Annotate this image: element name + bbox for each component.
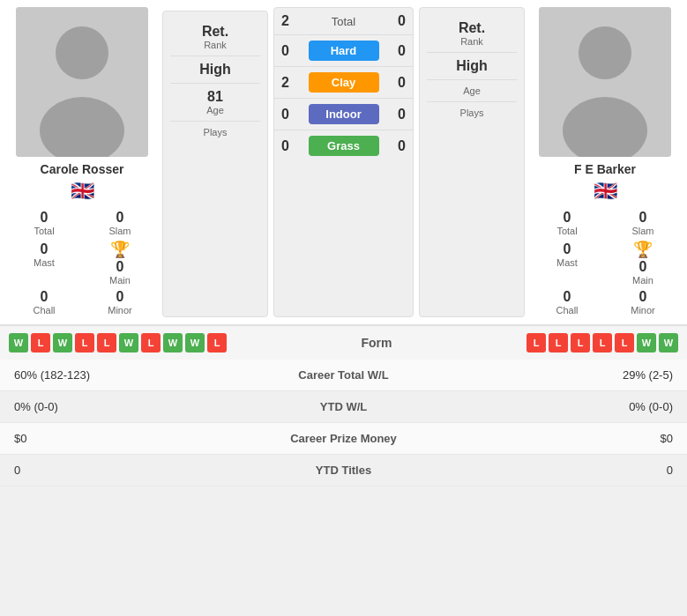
right-center-panel: Ret. Rank High Age Plays (419, 7, 525, 317)
surface-indoor-left: 0 (281, 107, 289, 122)
right-form-w2: W (659, 333, 678, 353)
surface-grass-badge: Grass (309, 136, 379, 156)
form-section: W L W L L W L W W L Form L L L L L W W (0, 324, 687, 360)
right-player-card: F E Barker 🇬🇧 0 Total 0 Slam 0 Mast 🏆 0 (530, 7, 680, 317)
left-player-stats: 0 Total 0 Slam 0 Mast 🏆 0 Main 0 (7, 208, 157, 317)
left-trophy-main: 🏆 0 Main (83, 240, 157, 286)
career-stats-table: 60% (182-123) Career Total W/L 29% (2-5)… (0, 360, 687, 486)
surface-clay-badge: Clay (309, 72, 379, 93)
left-age-row: 81 Age (170, 84, 260, 122)
surface-hard-row: 0 Hard 0 (274, 35, 413, 67)
prize-money-label: Career Prize Money (241, 423, 447, 455)
left-player-avatar (16, 7, 148, 157)
left-total-stat: 0 Total (7, 208, 81, 238)
surface-indoor-badge: Indoor (309, 104, 379, 124)
right-age-row: Age (427, 80, 517, 102)
career-total-right: 29% (2-5) (446, 360, 687, 391)
right-total-stat: 0 Total (530, 208, 604, 238)
ytd-titles-row: 0 YTD Titles 0 (0, 455, 687, 486)
left-form-w5: W (185, 333, 205, 353)
left-form-w4: W (163, 333, 183, 353)
left-form-l5: L (207, 333, 227, 353)
right-form-l5: L (615, 333, 634, 353)
ytd-wl-right: 0% (0-0) (446, 391, 687, 423)
left-plays-row: Plays (170, 122, 260, 143)
ytd-wl-label: YTD W/L (241, 391, 447, 423)
prize-money-right: $0 (446, 423, 687, 455)
prize-money-row: $0 Career Prize Money $0 (0, 423, 687, 455)
right-form-l1: L (526, 333, 546, 353)
right-trophy-icon: 🏆 (633, 240, 653, 259)
surface-grass-right: 0 (398, 138, 406, 154)
right-minor-stat: 0 Minor (606, 287, 680, 317)
left-form-w2: W (53, 333, 72, 353)
right-plays-row: Plays (427, 102, 517, 123)
right-player-avatar (539, 7, 671, 157)
surface-total-row: 2 Total 0 (274, 8, 413, 35)
surface-grass-row: 0 Grass 0 (274, 130, 413, 161)
surface-indoor-right: 0 (398, 107, 406, 122)
left-form-l3: L (97, 333, 116, 353)
left-slam-stat: 0 Slam (83, 208, 157, 238)
surface-indoor-row: 0 Indoor 0 (274, 99, 413, 130)
right-rank-row: Ret. Rank (427, 15, 517, 53)
left-form-l1: L (31, 333, 50, 353)
ytd-titles-right: 0 (446, 455, 687, 486)
ytd-wl-left: 0% (0-0) (0, 391, 241, 423)
right-player-stats: 0 Total 0 Slam 0 Mast 🏆 0 Main 0 (530, 208, 680, 317)
left-form-l4: L (141, 333, 161, 353)
right-form-l3: L (571, 333, 590, 353)
ytd-wl-row: 0% (0-0) YTD W/L 0% (0-0) (0, 391, 687, 423)
right-player-name: F E Barker (574, 162, 636, 176)
left-player-name: Carole Rosser (41, 162, 124, 176)
right-form-w1: W (637, 333, 656, 353)
right-form-l4: L (593, 333, 612, 353)
surface-total-left: 2 (281, 13, 289, 29)
right-mast-stat: 0 Mast (530, 240, 604, 286)
surface-total-label: Total (332, 15, 355, 28)
main-container: Carole Rosser 🇬🇧 0 Total 0 Slam 0 Mast 🏆 (0, 0, 687, 486)
left-high-row: High (170, 56, 260, 84)
player-comparison: Carole Rosser 🇬🇧 0 Total 0 Slam 0 Mast 🏆 (0, 0, 687, 324)
left-form-w1: W (9, 333, 28, 353)
left-mast-stat: 0 Mast (7, 240, 81, 286)
right-trophy-main: 🏆 0 Main (606, 240, 680, 286)
left-center-panel: Ret. Rank High 81 Age Plays (162, 11, 268, 317)
form-center-label: Form (362, 336, 392, 350)
left-trophy-icon: 🏆 (110, 240, 130, 259)
right-slam-stat: 0 Slam (606, 208, 680, 238)
career-total-row: 60% (182-123) Career Total W/L 29% (2-5) (0, 360, 687, 391)
left-player-flag: 🇬🇧 (71, 180, 94, 203)
career-total-label: Career Total W/L (241, 360, 447, 391)
right-form-badges: L L L L L W W (526, 333, 678, 353)
left-minor-stat: 0 Minor (83, 287, 157, 317)
left-form-l2: L (75, 333, 94, 353)
surface-clay-right: 0 (398, 75, 406, 91)
career-total-left: 60% (182-123) (0, 360, 241, 391)
surface-grass-left: 0 (281, 138, 289, 154)
surface-total-right: 0 (398, 13, 406, 29)
prize-money-left: $0 (0, 423, 241, 455)
right-player-flag: 🇬🇧 (594, 180, 617, 203)
surface-panel: 2 Total 0 0 Hard 0 2 Clay 0 0 Indoor 0 0 (273, 7, 414, 317)
ytd-titles-label: YTD Titles (241, 455, 447, 486)
right-high-row: High (427, 53, 517, 80)
left-form-badges: W L W L L W L W W L (9, 333, 227, 353)
surface-clay-row: 2 Clay 0 (274, 67, 413, 99)
left-chall-stat: 0 Chall (7, 287, 81, 317)
right-form-l2: L (549, 333, 568, 353)
right-chall-stat: 0 Chall (530, 287, 604, 317)
ytd-titles-left: 0 (0, 455, 241, 486)
surface-hard-right: 0 (398, 43, 406, 59)
left-rank-row: Ret. Rank (170, 19, 260, 56)
left-player-card: Carole Rosser 🇬🇧 0 Total 0 Slam 0 Mast 🏆 (7, 7, 157, 317)
svg-point-4 (579, 26, 631, 79)
surface-clay-left: 2 (281, 75, 289, 91)
surface-hard-left: 0 (281, 43, 289, 59)
svg-point-1 (56, 26, 108, 79)
surface-hard-badge: Hard (309, 41, 379, 61)
left-form-w3: W (119, 333, 138, 353)
